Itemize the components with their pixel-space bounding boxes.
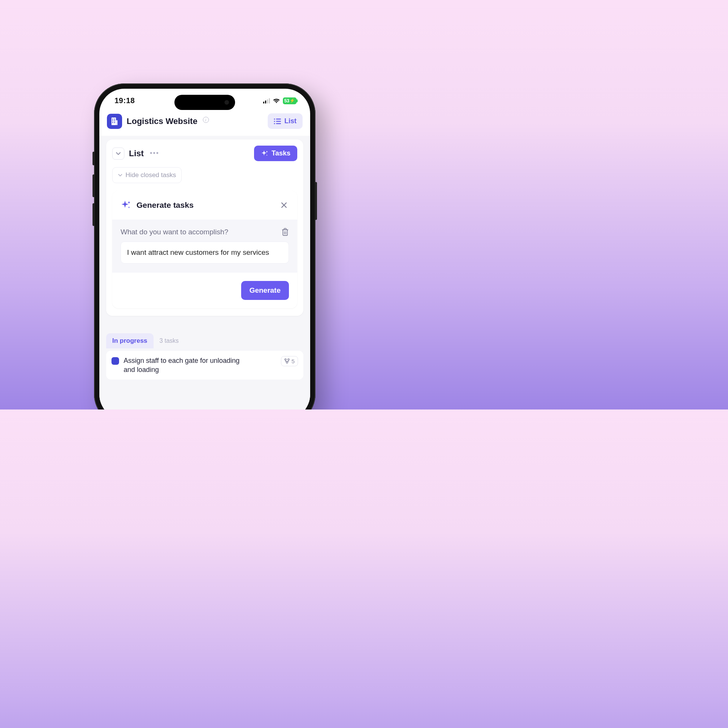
delete-button[interactable]	[281, 228, 289, 236]
generate-body: What do you want to accomplish? I w	[112, 220, 297, 273]
chevron-down-icon	[118, 173, 122, 177]
close-icon	[281, 202, 287, 209]
generate-title: Generate tasks	[136, 201, 194, 210]
tab-in-progress[interactable]: In progress	[106, 333, 154, 348]
hide-closed-toggle[interactable]: Hide closed tasks	[112, 167, 182, 183]
battery-indicator: 53⚡	[283, 97, 297, 104]
svg-rect-11	[276, 121, 281, 121]
svg-rect-2	[114, 119, 115, 120]
tasks-button-label: Tasks	[271, 149, 290, 157]
svg-rect-1	[112, 119, 113, 120]
generate-header: Generate tasks	[112, 191, 297, 220]
svg-point-10	[274, 121, 275, 122]
battery-percent: 53	[284, 98, 289, 104]
status-icons: 53⚡	[263, 97, 297, 104]
more-icon[interactable]: •••	[150, 149, 159, 157]
svg-point-15	[285, 359, 286, 360]
power-button	[315, 182, 317, 220]
prompt-input[interactable]: I want attract new customers for my serv…	[121, 242, 289, 264]
list-card: List ••• Tasks Hide cl	[106, 140, 303, 316]
task-title: Assign staff to each gate for unloading …	[124, 356, 245, 375]
generate-button[interactable]: Generate	[241, 281, 289, 300]
svg-rect-5	[112, 122, 113, 123]
svg-point-17	[286, 362, 288, 363]
dynamic-island	[174, 95, 235, 110]
generate-footer: Generate	[112, 273, 297, 308]
content-area: List ••• Tasks Hide cl	[99, 136, 310, 410]
subtask-count[interactable]: 5	[281, 356, 298, 366]
sparkle-icon	[261, 150, 268, 157]
task-row[interactable]: Assign staff to each gate for unloading …	[106, 351, 303, 380]
phone-frame: 19:18 53⚡	[94, 83, 315, 410]
svg-rect-6	[114, 122, 115, 123]
cellular-icon	[263, 98, 270, 104]
list-title: List	[129, 149, 144, 158]
task-count-label: 3 tasks	[160, 337, 179, 344]
project-title: Logistics Website	[127, 116, 198, 126]
view-list-label: List	[284, 117, 297, 125]
side-button	[93, 152, 95, 165]
section-tabs: In progress 3 tasks	[106, 333, 303, 348]
svg-rect-14	[283, 230, 287, 235]
svg-point-8	[274, 118, 275, 119]
volume-down	[93, 203, 95, 226]
svg-point-16	[288, 359, 289, 360]
generate-tasks-card: Generate tasks What do you want to accom…	[112, 191, 297, 308]
screen: 19:18 53⚡	[99, 89, 310, 410]
subtask-number: 5	[292, 358, 295, 364]
app-header: Logistics Website i List	[99, 108, 310, 136]
project-icon[interactable]	[107, 114, 122, 129]
subtask-icon	[284, 358, 290, 364]
sparkle-icon	[121, 200, 131, 210]
volume-up	[93, 174, 95, 197]
svg-rect-7	[116, 120, 118, 125]
view-list-button[interactable]: List	[268, 113, 303, 129]
svg-rect-3	[112, 120, 113, 121]
svg-rect-4	[114, 120, 115, 121]
section-in-progress: In progress 3 tasks Assign staff to each…	[106, 333, 303, 380]
list-icon	[274, 118, 281, 124]
close-button[interactable]	[279, 200, 289, 210]
svg-rect-13	[276, 123, 281, 124]
svg-point-12	[274, 123, 275, 124]
task-status-checkbox[interactable]	[111, 357, 119, 365]
chevron-down-icon	[116, 151, 121, 156]
svg-rect-0	[111, 118, 116, 125]
list-card-header: List ••• Tasks	[112, 146, 297, 161]
wifi-icon	[273, 98, 280, 104]
tasks-button[interactable]: Tasks	[254, 146, 297, 161]
svg-rect-9	[276, 118, 281, 119]
info-icon[interactable]: i	[203, 117, 209, 123]
generate-question-label: What do you want to accomplish?	[121, 228, 228, 236]
collapse-button[interactable]	[112, 147, 124, 160]
hide-closed-label: Hide closed tasks	[126, 171, 176, 179]
trash-icon	[281, 228, 289, 236]
status-time: 19:18	[115, 96, 135, 105]
generate-question-row: What do you want to accomplish?	[121, 228, 289, 236]
charging-icon: ⚡	[290, 98, 295, 103]
